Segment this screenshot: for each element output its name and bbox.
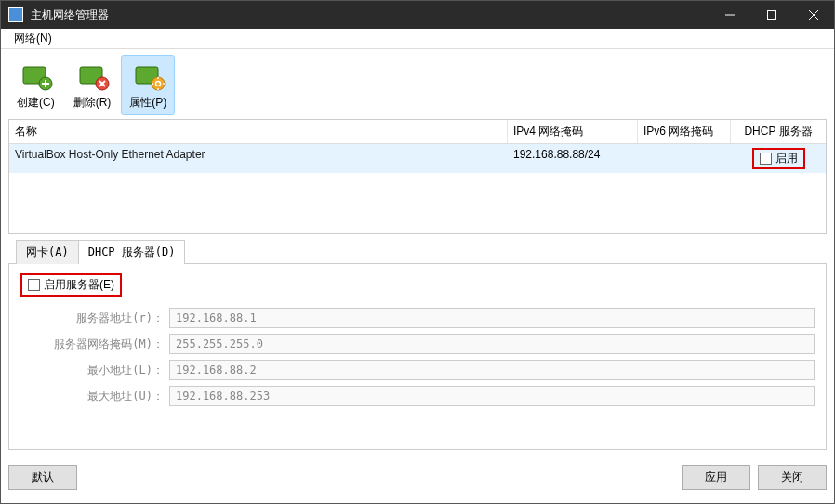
create-button[interactable]: 创建(C) — [8, 55, 63, 115]
delete-label: 删除(R) — [73, 95, 112, 111]
tabs: 网卡(A) DHCP 服务器(D) — [8, 240, 827, 264]
dhcp-enable-checkbox[interactable] — [760, 153, 772, 165]
delete-button[interactable]: 删除(R) — [65, 55, 120, 115]
col-dhcp[interactable]: DHCP 服务器 — [731, 120, 826, 143]
svg-point-13 — [152, 77, 165, 90]
menubar: 网络(N) — [1, 29, 834, 49]
delete-icon — [73, 60, 111, 93]
cell-name: VirtualBox Host-Only Ethernet Adapter — [9, 146, 508, 171]
default-button[interactable]: 默认 — [8, 465, 77, 490]
col-ipv4[interactable]: IPv4 网络掩码 — [508, 120, 638, 143]
lower-bound-label: 最小地址(L)： — [20, 363, 169, 378]
create-icon — [17, 60, 54, 93]
table-row[interactable]: VirtualBox Host-Only Ethernet Adapter 19… — [9, 144, 826, 173]
window-title: 主机网络管理器 — [31, 7, 709, 23]
server-mask-input[interactable] — [169, 334, 815, 354]
properties-icon — [129, 60, 166, 93]
tab-dhcp[interactable]: DHCP 服务器(D) — [78, 240, 186, 264]
close-dialog-button[interactable]: 关闭 — [758, 465, 827, 490]
server-mask-label: 服务器网络掩码(M)： — [20, 337, 169, 352]
footer: 默认 应用 关闭 — [1, 458, 834, 497]
menu-network[interactable]: 网络(N) — [8, 29, 58, 48]
dhcp-enable-label: 启用 — [775, 151, 798, 166]
server-address-label: 服务器地址(r)： — [20, 311, 169, 326]
app-icon — [8, 7, 23, 22]
tab-adapter[interactable]: 网卡(A) — [16, 240, 79, 264]
properties-label: 属性(P) — [129, 95, 166, 111]
server-address-input[interactable] — [169, 308, 815, 328]
cell-dhcp: 启用 — [731, 146, 826, 171]
enable-server-highlight: 启用服务器(E) — [20, 273, 122, 297]
col-name[interactable]: 名称 — [9, 120, 508, 143]
properties-button[interactable]: 属性(P) — [121, 55, 175, 115]
upper-bound-label: 最大地址(U)： — [20, 389, 169, 405]
enable-server-checkbox[interactable] — [28, 279, 40, 291]
network-table: 名称 IPv4 网络掩码 IPv6 网络掩码 DHCP 服务器 VirtualB… — [8, 119, 827, 234]
titlebar: 主机网络管理器 — [1, 1, 834, 29]
table-header: 名称 IPv4 网络掩码 IPv6 网络掩码 DHCP 服务器 — [9, 120, 826, 144]
apply-button[interactable]: 应用 — [682, 465, 750, 490]
maximize-button[interactable] — [750, 1, 792, 29]
table-body: VirtualBox Host-Only Ethernet Adapter 19… — [9, 144, 826, 233]
cell-ipv4: 192.168.88.88/24 — [508, 146, 638, 171]
col-ipv6[interactable]: IPv6 网络掩码 — [638, 120, 731, 143]
lower-bound-input[interactable] — [169, 360, 815, 380]
toolbar: 创建(C) 删除(R) 属性(P) — [8, 53, 827, 119]
cell-ipv6 — [638, 146, 731, 171]
svg-rect-1 — [767, 11, 775, 20]
dhcp-enable-highlight: 启用 — [752, 148, 805, 169]
minimize-button[interactable] — [709, 1, 750, 29]
tab-content-dhcp: 启用服务器(E) 服务器地址(r)： 服务器网络掩码(M)： 最小地址(L)： … — [8, 263, 827, 450]
enable-server-label: 启用服务器(E) — [44, 277, 114, 293]
create-label: 创建(C) — [17, 95, 55, 111]
upper-bound-input[interactable] — [169, 386, 815, 406]
close-button[interactable] — [792, 1, 834, 29]
